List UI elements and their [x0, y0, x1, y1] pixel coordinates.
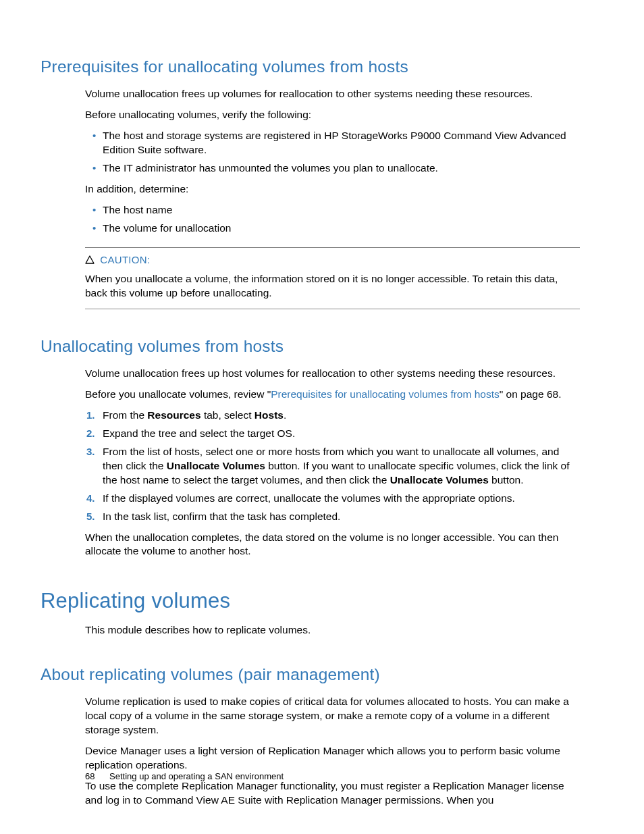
step-item: From the Resources tab, select Hosts. [103, 409, 580, 423]
paragraph: Before unallocating volumes, verify the … [85, 108, 580, 122]
list-item: The host and storage systems are registe… [103, 129, 580, 157]
paragraph: Before you unallocate volumes, review "P… [85, 388, 580, 402]
heading-replicating-volumes: Replicating volumes [41, 587, 580, 615]
paragraph: When the unallocation completes, the dat… [85, 531, 580, 559]
paragraph: In addition, determine: [85, 182, 580, 197]
paragraph: To use the complete Replication Manager … [85, 779, 580, 808]
heading-about-replicating: About replicating volumes (pair manageme… [41, 663, 580, 685]
paragraph: Volume unallocation frees up host volume… [85, 367, 580, 381]
caution-icon [85, 254, 95, 268]
paragraph: Device Manager uses a light version of R… [85, 744, 580, 773]
paragraph: Volume replication is used to make copie… [85, 695, 580, 737]
step-item: Expand the tree and select the target OS… [103, 427, 580, 441]
footer-title: Setting up and operating a SAN environme… [109, 771, 284, 781]
page-footer: 68 Setting up and operating a SAN enviro… [85, 771, 284, 783]
step-item: From the list of hosts, select one or mo… [103, 445, 580, 488]
paragraph: This module describes how to replicate v… [85, 623, 580, 637]
heading-unallocating: Unallocating volumes from hosts [41, 335, 580, 357]
list-item: The host name [103, 203, 580, 217]
link-prerequisites[interactable]: Prerequisites for unallocating volumes f… [271, 388, 500, 400]
step-item: In the task list, confirm that the task … [103, 510, 580, 524]
paragraph: Volume unallocation frees up volumes for… [85, 87, 580, 101]
list-item: The IT administrator has unmounted the v… [103, 161, 580, 176]
page-number: 68 [85, 771, 95, 781]
list-item: The volume for unallocation [103, 221, 580, 236]
step-item: If the displayed volumes are correct, un… [103, 492, 580, 506]
heading-prerequisites: Prerequisites for unallocating volumes f… [41, 55, 580, 78]
caution-text: When you unallocate a volume, the inform… [85, 272, 580, 301]
caution-callout: CAUTION: When you unallocate a volume, t… [85, 247, 580, 309]
caution-label: CAUTION: [100, 254, 150, 265]
